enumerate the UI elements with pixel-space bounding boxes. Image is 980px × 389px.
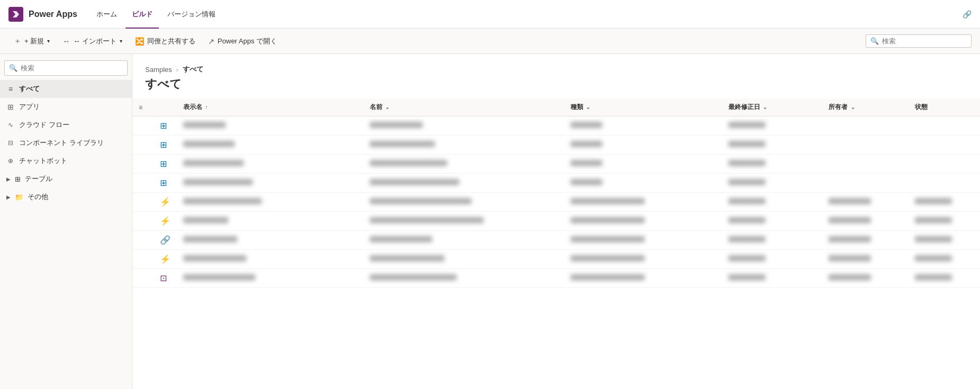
row-displayname[interactable] xyxy=(177,269,363,288)
th-owner[interactable]: 所有者 ⌄ xyxy=(822,98,908,116)
lib-icon: ⊟ xyxy=(6,139,15,147)
th-owner-label: 所有者 xyxy=(828,103,848,111)
sidebar-componentlib-label: コンポーネント ライブラリ xyxy=(19,138,104,148)
table-row[interactable]: ⊞ xyxy=(132,174,980,193)
th-name[interactable]: 名前 ⌄ xyxy=(363,98,564,116)
sidebar-item-other[interactable]: ▶ 📁 その他 xyxy=(0,188,132,206)
share-button[interactable]: 🔀 同僚と共有する xyxy=(130,33,201,49)
row-checkbox[interactable] xyxy=(132,212,154,231)
nav-build[interactable]: ビルド xyxy=(126,0,159,29)
row-displayname[interactable] xyxy=(177,116,363,135)
row-displayname[interactable] xyxy=(177,193,363,212)
breadcrumb-parent[interactable]: Samples xyxy=(145,66,172,74)
row-displayname[interactable] xyxy=(177,155,363,174)
sidebar-apps-label: アプリ xyxy=(19,102,40,112)
row-checkbox[interactable] xyxy=(132,155,154,174)
sidebar-item-componentlib[interactable]: ⊟ コンポーネント ライブラリ xyxy=(0,134,132,152)
table-row[interactable]: 🔗 xyxy=(132,231,980,250)
sidebar-item-table[interactable]: ▶ ⊞ テーブル xyxy=(0,170,132,188)
row-name xyxy=(363,155,564,174)
row-owner xyxy=(822,269,908,288)
row-type-icon: ⚡ xyxy=(154,193,177,212)
svg-marker-0 xyxy=(13,11,19,17)
row-type-icon: ⊡ xyxy=(154,269,177,288)
table-row[interactable]: ⊞ xyxy=(132,135,980,155)
th-type-label: 種類 xyxy=(571,103,583,111)
row-status xyxy=(908,116,980,135)
row-displayname[interactable] xyxy=(177,212,363,231)
table-row[interactable]: ⚡ xyxy=(132,212,980,231)
row-displayname[interactable] xyxy=(177,174,363,193)
sidebar-other-label: その他 xyxy=(28,192,48,202)
row-modified xyxy=(722,231,823,250)
sidebar-item-all[interactable]: ≡ すべて xyxy=(0,80,132,98)
flow-icon: ∿ xyxy=(6,121,15,129)
row-status xyxy=(908,212,980,231)
sidebar-search-box[interactable]: 🔍 xyxy=(4,60,128,76)
row-displayname[interactable] xyxy=(177,231,363,250)
nav-links: ホーム ビルド バージョン情報 xyxy=(90,0,222,29)
row-checkbox[interactable] xyxy=(132,231,154,250)
row-type xyxy=(564,250,722,269)
open-label: Power Apps で開く xyxy=(218,37,277,46)
table-row[interactable]: ⚡ xyxy=(132,250,980,269)
breadcrumb-current: すべて xyxy=(183,65,203,74)
share-icon: 🔀 xyxy=(135,37,144,46)
sort-modified-icon: ⌄ xyxy=(763,104,767,110)
chevron-down-icon2: ▾ xyxy=(120,38,122,44)
row-type-icon: ⊞ xyxy=(154,116,177,135)
row-checkbox[interactable] xyxy=(132,193,154,212)
table-row[interactable]: ⚡ xyxy=(132,193,980,212)
toolbar-search-input[interactable] xyxy=(882,37,967,45)
folder-icon: 📁 xyxy=(15,193,23,201)
row-type xyxy=(564,174,722,193)
table-row[interactable]: ⊞ xyxy=(132,155,980,174)
nav-home[interactable]: ホーム xyxy=(90,0,123,29)
table-icon: ⊞ xyxy=(15,175,21,183)
row-checkbox[interactable] xyxy=(132,116,154,135)
content-area: Samples › すべて すべて ≡ 表示名 ↑ 名前 xyxy=(132,54,980,389)
row-modified xyxy=(722,269,823,288)
expand-table-icon: ▶ xyxy=(6,176,11,182)
th-type[interactable]: 種類 ⌄ xyxy=(564,98,722,116)
sidebar-all-label: すべて xyxy=(19,84,40,94)
table-header-row: ≡ 表示名 ↑ 名前 ⌄ 種類 ⌄ xyxy=(132,98,980,116)
sidebar-item-apps[interactable]: ⊞ アプリ xyxy=(0,98,132,116)
row-type xyxy=(564,212,722,231)
row-type xyxy=(564,116,722,135)
open-powerapps-button[interactable]: ↗ Power Apps で開く xyxy=(203,33,282,49)
row-displayname[interactable] xyxy=(177,135,363,155)
row-status xyxy=(908,174,980,193)
page-title: すべて xyxy=(145,76,967,92)
list-icon: ≡ xyxy=(6,85,15,93)
sidebar-item-chatbot[interactable]: ⊕ チャットボット xyxy=(0,152,132,170)
link-icon[interactable]: 🔗 xyxy=(963,10,972,19)
new-button[interactable]: ＋ + 新規 ▾ xyxy=(8,33,55,49)
row-displayname[interactable] xyxy=(177,250,363,269)
apps-icon: ⊞ xyxy=(6,103,15,111)
select-all-icon[interactable]: ≡ xyxy=(139,104,142,111)
table-row[interactable]: ⊞ xyxy=(132,116,980,135)
row-status xyxy=(908,269,980,288)
logo-icon xyxy=(8,7,23,22)
row-modified xyxy=(722,155,823,174)
sidebar-search-input[interactable] xyxy=(21,64,123,72)
row-checkbox[interactable] xyxy=(132,269,154,288)
row-status xyxy=(908,155,980,174)
row-checkbox[interactable] xyxy=(132,174,154,193)
sidebar-item-cloudflow[interactable]: ∿ クラウド フロー xyxy=(0,116,132,134)
row-modified xyxy=(722,250,823,269)
nav-version[interactable]: バージョン情報 xyxy=(161,0,222,29)
import-button[interactable]: ↔ ↔ インポート ▾ xyxy=(57,33,128,49)
sidebar-table-label: テーブル xyxy=(25,174,52,184)
th-displayname[interactable]: 表示名 ↑ xyxy=(177,98,363,116)
th-modified-label: 最終修正日 xyxy=(728,103,760,111)
app-name: Power Apps xyxy=(29,10,77,19)
data-table: ≡ 表示名 ↑ 名前 ⌄ 種類 ⌄ xyxy=(132,98,980,288)
toolbar-search-box[interactable]: 🔍 xyxy=(866,34,972,48)
th-modified[interactable]: 最終修正日 ⌄ xyxy=(722,98,823,116)
row-owner xyxy=(822,212,908,231)
table-row[interactable]: ⊡ xyxy=(132,269,980,288)
row-checkbox[interactable] xyxy=(132,135,154,155)
row-checkbox[interactable] xyxy=(132,250,154,269)
